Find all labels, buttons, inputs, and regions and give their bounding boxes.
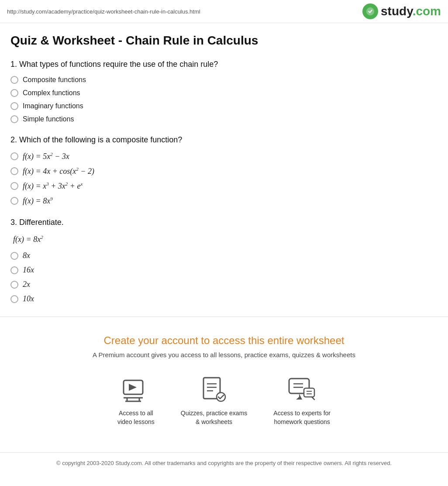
option-3-4[interactable]: 10x — [10, 294, 426, 303]
main-content: Quiz & Worksheet - Chain Rule in Calculu… — [0, 23, 437, 303]
logo-text: study.com — [381, 4, 441, 18]
question-1: 1. What types of functions require the u… — [10, 60, 426, 123]
option-label-2-4: f(x) = 8x9 — [23, 196, 53, 206]
option-label-3-1: 8x — [23, 251, 30, 260]
logo-icon — [362, 3, 378, 19]
question-2: 2. Which of the following is a composite… — [10, 135, 426, 206]
option-label-3-4: 10x — [23, 294, 34, 303]
feature-video: Access to allvideo lessons — [117, 374, 155, 426]
radio-1-4[interactable] — [10, 115, 18, 123]
feature-quiz: Quizzes, practice exams& worksheets — [181, 374, 248, 426]
radio-2-2[interactable] — [10, 167, 18, 175]
radio-3-4[interactable] — [10, 295, 18, 303]
feature-expert: Access to experts forhomework questions — [273, 374, 331, 426]
option-2-1[interactable]: f(x) = 5x2 − 3x — [10, 152, 426, 161]
url-display: http://study.com/academy/practice/quiz-w… — [7, 8, 200, 15]
option-1-1[interactable]: Composite functions — [10, 76, 426, 84]
option-3-1[interactable]: 8x — [10, 251, 426, 260]
question-1-text: 1. What types of functions require the u… — [10, 60, 426, 69]
logo-area: study.com — [362, 3, 441, 19]
radio-1-3[interactable] — [10, 102, 18, 110]
option-label-1-3: Imaginary functions — [23, 102, 83, 110]
option-label-2-2: f(x) = 4x + cos(x2 − 2) — [23, 166, 94, 176]
svg-rect-15 — [304, 388, 314, 397]
option-label-2-1: f(x) = 5x2 − 3x — [23, 152, 69, 161]
radio-1-2[interactable] — [10, 89, 18, 97]
feature-quiz-label: Quizzes, practice exams& worksheets — [181, 409, 248, 426]
question-3-text: 3. Differentiate. — [10, 218, 426, 227]
feature-expert-label: Access to experts forhomework questions — [273, 409, 331, 426]
quiz-icon — [199, 374, 229, 404]
option-2-3[interactable]: f(x) = x3 + 3x2 + ex — [10, 181, 426, 191]
question-3: 3. Differentiate. f(x) = 8x2 8x 16x 2x 1… — [10, 218, 426, 303]
expert-icon — [287, 374, 317, 404]
option-label-1-1: Composite functions — [23, 76, 86, 84]
option-label-3-2: 16x — [23, 265, 34, 275]
promo-section: Create your account to access this entir… — [0, 317, 448, 452]
radio-3-2[interactable] — [10, 266, 18, 274]
radio-1-1[interactable] — [10, 76, 18, 84]
radio-2-4[interactable] — [10, 197, 18, 205]
video-icon — [121, 374, 151, 404]
question-3-formula: f(x) = 8x2 — [13, 234, 426, 244]
promo-subtitle: A Premium account gives you access to al… — [9, 351, 439, 358]
option-1-2[interactable]: Complex functions — [10, 89, 426, 97]
option-label-3-3: 2x — [23, 280, 30, 289]
footer-text: © copyright 2003-2020 Study.com. All oth… — [56, 460, 392, 466]
page-title: Quiz & Worksheet - Chain Rule in Calculu… — [10, 34, 426, 48]
promo-features: Access to allvideo lessons Quizzes, prac… — [9, 374, 439, 426]
option-2-2[interactable]: f(x) = 4x + cos(x2 − 2) — [10, 166, 426, 176]
question-2-text: 2. Which of the following is a composite… — [10, 135, 426, 145]
option-3-2[interactable]: 16x — [10, 265, 426, 275]
footer: © copyright 2003-2020 Study.com. All oth… — [0, 452, 448, 473]
radio-3-1[interactable] — [10, 252, 18, 260]
option-1-3[interactable]: Imaginary functions — [10, 102, 426, 110]
option-1-4[interactable]: Simple functions — [10, 115, 426, 123]
promo-title: Create your account to access this entir… — [9, 334, 439, 347]
option-3-3[interactable]: 2x — [10, 280, 426, 289]
option-2-4[interactable]: f(x) = 8x9 — [10, 196, 426, 206]
svg-marker-2 — [129, 384, 137, 391]
option-label-1-2: Complex functions — [23, 89, 80, 97]
radio-2-1[interactable] — [10, 152, 18, 160]
top-bar: http://study.com/academy/practice/quiz-w… — [0, 0, 448, 23]
radio-3-3[interactable] — [10, 281, 18, 289]
feature-video-label: Access to allvideo lessons — [117, 409, 155, 426]
option-label-1-4: Simple functions — [23, 115, 74, 123]
radio-2-3[interactable] — [10, 182, 18, 190]
option-label-2-3: f(x) = x3 + 3x2 + ex — [23, 181, 83, 191]
